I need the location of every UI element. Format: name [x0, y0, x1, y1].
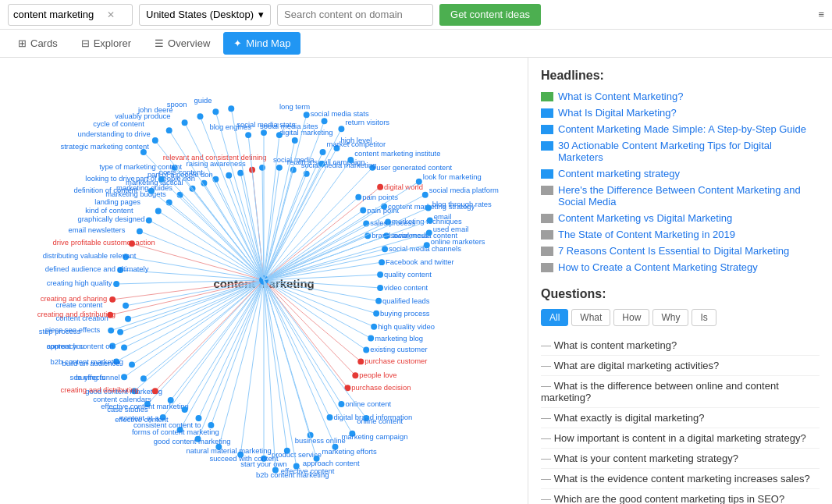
svg-point-250 — [427, 217, 433, 223]
question-item[interactable]: How important is content in a digital ma… — [541, 428, 820, 449]
tab-overview[interactable]: ☰ Overview — [144, 32, 220, 55]
headline-item[interactable]: Content marketing strategy — [541, 168, 820, 179]
svg-point-28 — [375, 298, 382, 304]
flag-blue-icon — [541, 125, 553, 134]
svg-line-218 — [155, 280, 264, 391]
svg-text:content calendars: content calendars — [93, 395, 151, 403]
chevron-down-icon: ▾ — [258, 9, 264, 20]
svg-point-4 — [377, 184, 383, 190]
headline-item[interactable]: 7 Reasons Content Is Essential to Digita… — [541, 245, 820, 257]
question-item[interactable]: What is the difference between online an… — [541, 376, 820, 408]
cards-icon: ⊞ — [18, 37, 27, 49]
svg-point-31 — [373, 311, 379, 317]
filter-how-button[interactable]: How — [613, 309, 649, 326]
flag-blue-icon — [541, 141, 553, 151]
svg-line-297 — [264, 280, 335, 447]
svg-point-19 — [379, 259, 385, 265]
headline-text: What is Content Marketing? — [558, 91, 683, 102]
svg-point-16 — [382, 246, 388, 252]
svg-text:pain point: pain point — [367, 206, 399, 215]
svg-text:blog engines: blog engines — [209, 122, 251, 131]
filter-is-button[interactable]: Is — [692, 309, 716, 326]
svg-point-103 — [109, 296, 116, 303]
headline-item[interactable]: What is Content Marketing? — [541, 91, 820, 102]
tab-cards[interactable]: ⊞ Cards — [8, 32, 68, 55]
svg-point-181 — [320, 149, 326, 155]
svg-point-195 — [245, 132, 251, 138]
svg-text:distributing valuable relevant: distributing valuable relevant — [43, 251, 137, 260]
flag-gray-icon — [541, 230, 553, 240]
headline-item[interactable]: How to Create a Content Marketing Strate… — [541, 261, 820, 273]
mindmap-area[interactable]: content marketing user generated content… — [0, 58, 528, 504]
svg-line-69 — [219, 280, 264, 447]
overview-icon: ☰ — [155, 37, 164, 49]
flag-gray-icon — [541, 263, 553, 272]
tab-mindmap[interactable]: ✦ Mind Map — [223, 32, 300, 55]
flag-gray-icon — [541, 247, 553, 256]
svg-point-219 — [152, 388, 158, 394]
svg-point-204 — [148, 188, 155, 194]
svg-point-175 — [347, 157, 354, 163]
svg-line-279 — [200, 116, 264, 280]
headline-text: The State of Content Marketing in 2019 — [558, 229, 735, 240]
svg-point-55 — [327, 414, 333, 421]
menu-icon[interactable]: ≡ — [818, 9, 824, 20]
svg-point-256 — [424, 242, 430, 248]
svg-text:online content: online content — [345, 399, 391, 408]
svg-text:long term: long term — [279, 102, 310, 111]
headline-item[interactable]: Content Marketing Made Simple: A Step-by… — [541, 123, 820, 135]
headline-text: What Is Digital Marketing? — [558, 107, 677, 119]
filter-what-button[interactable]: What — [571, 309, 610, 326]
headline-item[interactable]: Here's the Difference Between Content Ma… — [541, 184, 820, 208]
svg-text:social media platform: social media platform — [429, 186, 499, 194]
svg-point-151 — [259, 165, 265, 171]
location-label: United States (Desktop) — [146, 9, 254, 20]
location-select[interactable]: United States (Desktop) ▾ — [139, 4, 271, 26]
svg-line-288 — [264, 280, 276, 470]
search-box: ✕ — [8, 4, 133, 26]
svg-text:content you: content you — [47, 342, 85, 350]
question-item[interactable]: What is the evidence content marketing i… — [541, 469, 820, 489]
svg-point-274 — [166, 127, 172, 133]
svg-point-189 — [276, 132, 283, 138]
headline-text: How to Create a Content Marketing Strate… — [558, 261, 758, 273]
search-input[interactable] — [13, 9, 107, 20]
svg-point-234 — [123, 303, 129, 309]
svg-text:drive profitable customer acti: drive profitable customer action — [53, 238, 155, 247]
svg-text:create content: create content — [56, 300, 103, 309]
domain-search-input[interactable] — [277, 4, 433, 26]
question-item[interactable]: What are digital marketing activities? — [541, 356, 820, 376]
svg-text:email: email — [434, 212, 452, 221]
question-item[interactable]: What is content marketing? — [541, 335, 820, 356]
svg-text:purchase customer: purchase customer — [364, 357, 427, 365]
svg-text:used email: used email — [433, 225, 469, 233]
svg-text:build an audience: build an audience — [62, 359, 120, 367]
svg-text:buying process: buying process — [380, 309, 430, 318]
svg-point-124 — [155, 208, 162, 215]
svg-point-88 — [121, 374, 127, 380]
svg-line-78 — [163, 280, 264, 417]
question-item[interactable]: What is your content marketing strategy? — [541, 449, 820, 469]
get-content-ideas-button[interactable]: Get content ideas — [439, 4, 541, 26]
clear-icon[interactable]: ✕ — [107, 9, 115, 20]
main-content: content marketing user generated content… — [0, 58, 832, 504]
question-item[interactable]: Which are the good content marketing tip… — [541, 489, 820, 504]
svg-point-237 — [125, 316, 131, 322]
svg-point-142 — [226, 172, 232, 179]
filter-all-button[interactable]: All — [541, 309, 568, 326]
headlines-title: Headlines: — [541, 69, 820, 83]
headline-item[interactable]: Content Marketing vs Digital Marketing — [541, 212, 820, 224]
svg-point-163 — [355, 194, 361, 201]
question-item[interactable]: What exactly is digital marketing? — [541, 408, 820, 428]
headline-text: 7 Reasons Content Is Essential to Digita… — [558, 245, 789, 257]
svg-line-123 — [158, 211, 264, 280]
svg-text:social media stats: social media stats — [311, 109, 369, 118]
svg-text:cycle of content: cycle of content — [93, 119, 144, 128]
tab-explorer[interactable]: ⊟ Explorer — [71, 32, 141, 55]
filter-why-button[interactable]: Why — [652, 309, 688, 326]
headline-item[interactable]: The State of Content Marketing in 2019 — [541, 229, 820, 240]
headline-item[interactable]: 30 Actionable Content Marketing Tips for… — [541, 140, 820, 163]
svg-line-276 — [185, 122, 264, 280]
tab-cards-label: Cards — [30, 37, 58, 49]
headline-item[interactable]: What Is Digital Marketing? — [541, 107, 820, 119]
